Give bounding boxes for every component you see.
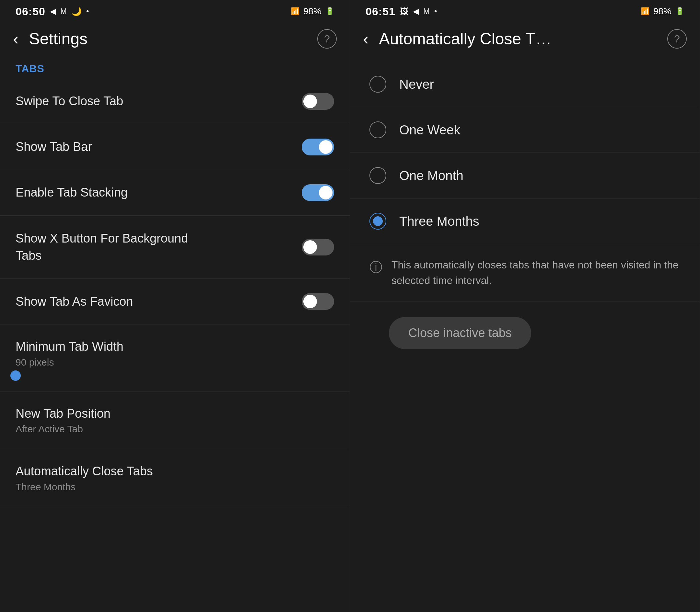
left-status-bar: 06:50 ◀ M 🌙 • 📶 98% 🔋 [0, 0, 350, 23]
radio-one-week[interactable] [369, 122, 386, 138]
right-battery-icon: 🔋 [675, 7, 684, 16]
option-one-week[interactable]: One Week [350, 107, 700, 153]
navigation-icon: ◀ [50, 7, 56, 16]
radio-never[interactable] [369, 76, 386, 93]
right-status-left: 06:51 🖼 ◀ M • [366, 5, 437, 18]
radio-selected-dot [373, 216, 383, 226]
status-left: 06:50 ◀ M 🌙 • [16, 5, 89, 18]
option-never[interactable]: Never [350, 61, 700, 107]
info-icon: ⓘ [369, 259, 382, 276]
signal-icon: 📶 [291, 7, 299, 16]
right-page-title: Automatically Close T… [379, 29, 657, 48]
show-x-button-label: Show X Button For BackgroundTabs [16, 230, 302, 264]
right-panel: 06:51 🖼 ◀ M • 📶 98% 🔋 ‹ Automatically Cl… [350, 0, 700, 612]
show-x-button-toggle[interactable] [302, 239, 334, 255]
toggle-knob [303, 295, 317, 308]
close-inactive-tabs-button[interactable]: Close inactive tabs [389, 317, 531, 349]
new-tab-position-label: New Tab Position [16, 406, 334, 421]
right-status-right: 📶 98% 🔋 [641, 6, 684, 16]
image-icon: 🖼 [400, 6, 408, 16]
option-one-month[interactable]: One Month [350, 153, 700, 198]
left-help-button[interactable]: ? [317, 29, 337, 48]
show-tab-as-favicon-label: Show Tab As Favicon [16, 294, 302, 309]
minimum-tab-width-item[interactable]: Minimum Tab Width 90 pixels [0, 324, 350, 391]
show-tab-bar-toggle[interactable] [302, 139, 334, 155]
swipe-to-close-tab-label: Swipe To Close Tab [16, 93, 302, 109]
toggle-knob [319, 140, 333, 154]
enable-tab-stacking-toggle[interactable] [302, 184, 334, 201]
close-inactive-container: Close inactive tabs [350, 302, 700, 365]
minimum-tab-width-label: Minimum Tab Width [16, 339, 123, 354]
left-time: 06:50 [16, 5, 45, 18]
settings-list: Swipe To Close Tab Show Tab Bar Enable T… [0, 79, 350, 612]
right-nav-icon: ◀ [413, 7, 419, 16]
three-months-label: Three Months [399, 214, 479, 228]
radio-one-month[interactable] [369, 167, 386, 184]
battery-text: 98% [303, 6, 322, 16]
auto-close-tabs-item[interactable]: Automatically Close Tabs Three Months [0, 449, 350, 507]
show-tab-bar-label: Show Tab Bar [16, 139, 302, 155]
left-page-title: Settings [29, 29, 307, 48]
toggle-knob [303, 240, 317, 254]
minimum-tab-width-value: 90 pixels [16, 357, 123, 368]
right-toolbar: ‹ Automatically Close T… ? [350, 23, 700, 55]
moon-icon: 🌙 [71, 6, 82, 16]
new-tab-position-value: After Active Tab [16, 423, 334, 434]
mail-icon: M [60, 7, 67, 16]
one-week-label: One Week [399, 123, 460, 137]
new-tab-position-item[interactable]: New Tab Position After Active Tab [0, 391, 350, 449]
tabs-section-header: TABS [0, 55, 350, 79]
right-signal-icon: 📶 [641, 7, 649, 16]
one-month-label: One Month [399, 168, 463, 183]
auto-close-tabs-value: Three Months [16, 482, 334, 492]
right-dot-icon: • [434, 7, 437, 16]
show-tab-as-favicon-item[interactable]: Show Tab As Favicon [0, 279, 350, 324]
right-status-bar: 06:51 🖼 ◀ M • 📶 98% 🔋 [350, 0, 700, 23]
swipe-to-close-toggle[interactable] [302, 93, 334, 110]
toggle-knob [303, 95, 317, 108]
right-battery-text: 98% [653, 6, 672, 16]
toggle-knob [319, 186, 333, 199]
radio-three-months[interactable] [369, 213, 386, 230]
swipe-to-close-tab-item[interactable]: Swipe To Close Tab [0, 79, 350, 124]
show-tab-as-favicon-toggle[interactable] [302, 293, 334, 310]
dot-icon: • [86, 7, 89, 16]
show-tab-bar-item[interactable]: Show Tab Bar [0, 124, 350, 170]
slider-thumb[interactable] [10, 371, 21, 381]
right-mail-icon: M [423, 7, 430, 16]
enable-tab-stacking-label: Enable Tab Stacking [16, 184, 302, 200]
never-label: Never [399, 77, 434, 92]
left-toolbar: ‹ Settings ? [0, 23, 350, 55]
info-description: This automatically closes tabs that have… [391, 257, 680, 288]
left-back-button[interactable]: ‹ [13, 30, 18, 47]
auto-close-options-list: Never One Week One Month Three Months ⓘ … [350, 55, 700, 371]
auto-close-tabs-label: Automatically Close Tabs [16, 463, 334, 479]
right-help-button[interactable]: ? [667, 29, 687, 48]
battery-icon: 🔋 [325, 7, 334, 16]
option-three-months[interactable]: Three Months [350, 198, 700, 244]
status-right: 📶 98% 🔋 [291, 6, 334, 16]
right-time: 06:51 [366, 5, 395, 18]
info-box: ⓘ This automatically closes tabs that ha… [350, 244, 700, 302]
left-panel: 06:50 ◀ M 🌙 • 📶 98% 🔋 ‹ Settings ? TABS … [0, 0, 350, 612]
show-x-button-item[interactable]: Show X Button For BackgroundTabs [0, 215, 350, 279]
right-back-button[interactable]: ‹ [363, 30, 368, 47]
enable-tab-stacking-item[interactable]: Enable Tab Stacking [0, 170, 350, 215]
